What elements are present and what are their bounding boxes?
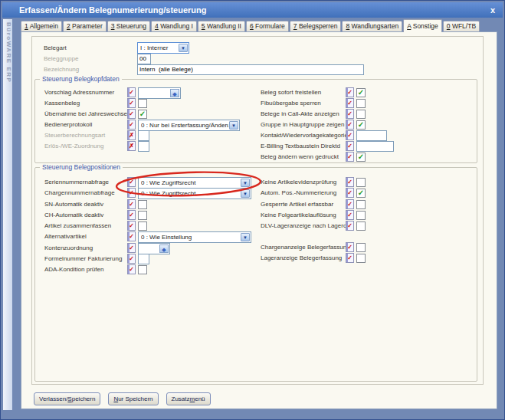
dlv-lageranzeige-checkbox[interactable] [356, 221, 366, 231]
edit-allowed-icon[interactable]: ✓ [127, 221, 136, 231]
kontenzuordnung-input[interactable]: ◆ [138, 243, 170, 254]
tab-belegsperren[interactable]: 7 Belegsperren [290, 21, 342, 31]
edit-allowed-icon[interactable]: ✓ [127, 264, 136, 274]
edit-allowed-icon[interactable]: ✓ [127, 177, 136, 187]
edit-allowed-icon[interactable]: ✓ [346, 188, 354, 198]
chevron-down-icon[interactable]: ▼ [229, 121, 238, 130]
edit-allowed-icon[interactable]: ✓ [346, 152, 354, 162]
belegart-dropdown[interactable]: I : Interner ▼ [137, 42, 189, 54]
ch-automatik-checkbox[interactable] [138, 211, 147, 220]
edit-allowed-icon[interactable]: ✓ [346, 130, 354, 140]
fibuuebergabe-sperren-checkbox[interactable] [356, 99, 366, 108]
edit-allowed-icon[interactable]: ✓ [346, 242, 354, 252]
edit-allowed-icon[interactable]: ✓ [346, 253, 354, 263]
tab-page-sonstige: Belegart I : Interner ▼ Beleggruppe 00 B… [21, 31, 497, 409]
group-title: Steuerung Belegpositionen [40, 163, 123, 172]
edit-allowed-icon[interactable]: ✓ [346, 98, 354, 108]
keine-artikelevidenzpruefung-checkbox[interactable] [356, 178, 366, 187]
nur-speichern-button[interactable]: Nur Speichern [108, 392, 158, 405]
seriennummernabfrage-dropdown[interactable]: 0 : Wie Zugriffsrecht ▼ [138, 177, 251, 189]
edit-allowed-icon[interactable]: ✓ [346, 210, 354, 220]
edit-locked-icon[interactable]: ✗ [127, 130, 136, 140]
chevron-down-icon[interactable]: ▼ [241, 233, 250, 241]
alternativartikel-dropdown[interactable]: 0 : Wie Einstellung ▼ [138, 231, 251, 243]
tab-steuerung[interactable]: 3 Steuerung [107, 21, 150, 31]
keine-folgeartikelaufloesung-checkbox[interactable] [356, 211, 366, 220]
vorschlag-adressnummer-input[interactable]: ◆ [138, 87, 181, 99]
kontakt-wiedervorlagekategorie-input[interactable] [356, 130, 387, 141]
edit-allowed-icon[interactable]: ✓ [127, 109, 136, 119]
tab-allgemein[interactable]: 1 Allgemein [21, 21, 62, 31]
beleg-sofort-freistellen-checkbox[interactable]: ✓ [356, 88, 366, 97]
edit-allowed-icon[interactable]: ✓ [127, 243, 136, 253]
artikel-zusammenfassen-checkbox[interactable] [138, 221, 147, 231]
verlassen-speichern-button[interactable]: Verlassen/Speichern [34, 392, 100, 405]
sn-automatik-checkbox[interactable] [138, 200, 147, 209]
group-belegpositionen: Steuerung Belegpositionen Seriennummerna… [34, 167, 477, 382]
edit-allowed-icon[interactable]: ✓ [346, 199, 354, 209]
tab-formulare[interactable]: 6 Formulare [246, 21, 289, 31]
edit-locked-icon[interactable]: ✗ [127, 141, 136, 151]
beleggruppe-input[interactable]: 00 [137, 54, 151, 64]
edit-allowed-icon[interactable]: ✓ [127, 188, 136, 198]
ada-kondition-checkbox[interactable] [138, 265, 147, 274]
edit-allowed-icon[interactable]: ✓ [127, 231, 136, 241]
autom-pos-nummerierung-checkbox[interactable]: ✓ [356, 189, 366, 198]
bedienerprotokoll-dropdown[interactable]: 0 : Nur bei Ersterfassung/Änderung ▼ [138, 120, 240, 131]
tab-wandlungsarten[interactable]: 8 Wandlungsarten [342, 21, 402, 31]
chargennummernabfrage-dropdown[interactable]: 0 : Wie Zugriffsrecht ▼ [138, 188, 251, 199]
edit-allowed-icon[interactable]: ✓ [346, 109, 354, 119]
belegart-label: Belegart [44, 44, 67, 51]
window-title: Erfassen/Ändern Belegnumerierung/steueru… [19, 5, 207, 15]
e-billing-textbaustein-input[interactable] [356, 141, 394, 152]
beleggruppe-label: Beleggruppe [44, 55, 78, 62]
gesperrte-artikel-checkbox[interactable] [356, 200, 366, 209]
tab-wfl-tb[interactable]: 0 WFL/TB [443, 21, 480, 31]
app-window: Erfassen/Ändern Belegnumerierung/steueru… [0, 0, 505, 420]
tab-wandlung-1[interactable]: 4 Wandlung I [151, 21, 197, 31]
formelnummer-fakturierung-input[interactable] [138, 254, 149, 264]
tab-wandlung-2[interactable]: 5 Wandlung II [198, 21, 245, 31]
kassenbeleg-checkbox[interactable] [138, 99, 147, 108]
close-icon[interactable]: x [490, 2, 495, 18]
tab-sonstige[interactable]: A Sonstige [403, 19, 442, 32]
spinner-icon[interactable]: ◆ [170, 89, 179, 97]
beleg-aendern-gedruckt-checkbox[interactable]: ✓ [356, 153, 366, 162]
chargenanzeige-checkbox[interactable] [356, 243, 366, 252]
tab-bar: 1 Allgemein 2 Parameter 3 Steuerung 4 Wa… [21, 19, 480, 31]
title-bar: Erfassen/Ändern Belegnumerierung/steueru… [2, 2, 503, 18]
bezeichnung-input[interactable]: Intern (alle Belege) [137, 64, 364, 75]
edit-allowed-icon[interactable]: ✓ [346, 177, 354, 187]
erloes-we-zuordnung-input[interactable] [138, 141, 149, 152]
group-title: Steuerung Belegkopfdaten [40, 75, 122, 84]
edit-allowed-icon[interactable]: ✓ [346, 141, 354, 151]
edit-allowed-icon[interactable]: ✓ [346, 87, 354, 97]
gruppe-hauptgruppe-checkbox[interactable]: ✓ [356, 120, 366, 130]
chevron-down-icon[interactable]: ▼ [179, 44, 188, 52]
edit-allowed-icon[interactable]: ✓ [346, 120, 354, 130]
edit-allowed-icon[interactable]: ✓ [127, 254, 136, 264]
edit-allowed-icon[interactable]: ✓ [127, 98, 136, 108]
brand-vertical-text: BüroWARE ERP [5, 22, 12, 83]
steuerberechnungsart-input[interactable] [138, 130, 149, 141]
edit-allowed-icon[interactable]: ✓ [127, 120, 136, 130]
group-belegkopfdaten: Steuerung Belegkopfdaten Vorschlag Adres… [34, 79, 477, 163]
uebernahme-jahreswechsel-checkbox[interactable]: ✓ [138, 110, 147, 119]
tab-parameter[interactable]: 2 Parameter [63, 21, 107, 31]
edit-allowed-icon[interactable]: ✓ [127, 199, 136, 209]
chevron-down-icon[interactable]: ▼ [241, 189, 250, 198]
bezeichnung-label: Bezeichnung [44, 66, 79, 73]
zusatzmenue-button[interactable]: Zusatzmenü [166, 392, 211, 405]
spinner-icon[interactable]: ◆ [159, 244, 169, 253]
button-bar: Verlassen/Speichern Nur Speichern Zusatz… [34, 392, 211, 405]
belege-call-akte-checkbox[interactable] [356, 110, 366, 119]
edit-allowed-icon[interactable]: ✓ [127, 87, 136, 97]
edit-allowed-icon[interactable]: ✓ [127, 210, 136, 220]
lageranzeige-checkbox[interactable] [356, 254, 366, 263]
chevron-down-icon[interactable]: ▼ [241, 179, 250, 187]
edit-allowed-icon[interactable]: ✓ [346, 221, 354, 231]
